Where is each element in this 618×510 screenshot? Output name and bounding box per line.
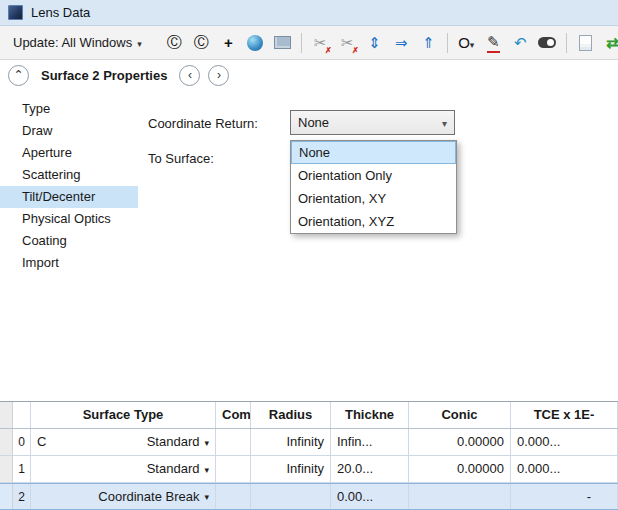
- row-number[interactable]: 2: [13, 484, 31, 509]
- tce-cell[interactable]: 0.000...: [511, 429, 618, 455]
- properties-title: Surface 2 Properties: [41, 68, 167, 83]
- sidebar-item-draw[interactable]: Draw: [0, 120, 138, 142]
- aperture-type-icon[interactable]: O: [455, 31, 478, 54]
- column-header-comment[interactable]: Com: [216, 402, 251, 428]
- coordinate-return-combobox[interactable]: None: [290, 110, 455, 135]
- collapse-properties-button[interactable]: ⌃: [8, 65, 29, 86]
- toggle-icon[interactable]: [536, 31, 559, 54]
- surface-type-value: Coordinate Break: [37, 484, 204, 509]
- dropdown-option-orientation-xy[interactable]: Orientation, XY: [291, 187, 456, 210]
- tce-cell[interactable]: -: [511, 484, 618, 509]
- row-number[interactable]: 1: [13, 456, 31, 482]
- image-icon[interactable]: [271, 31, 294, 54]
- draw-edit-icon[interactable]: ✎: [482, 31, 505, 54]
- toolbar-separator: [566, 33, 567, 53]
- cut-alt-icon[interactable]: ✂✗: [336, 31, 359, 54]
- toolbar: Update: All Windows ⒸⒸ+✂✗✂✗⇕⇒⇑O✎↶⇄: [0, 26, 618, 60]
- prev-surface-button[interactable]: ‹: [179, 65, 200, 86]
- coordinate-return-value: None: [298, 115, 442, 130]
- conic-cell[interactable]: [409, 484, 511, 509]
- crosshair-icon[interactable]: +: [217, 31, 240, 54]
- insert-surface-icon[interactable]: ⇕: [363, 31, 386, 54]
- sidebar-item-import[interactable]: Import: [0, 252, 138, 274]
- column-header-conic[interactable]: Conic: [409, 402, 511, 428]
- tce-cell[interactable]: 0.000...: [511, 456, 618, 482]
- surface-label: C: [37, 429, 46, 455]
- globe-icon: [247, 35, 263, 51]
- table-row: 2Coordinate Break0.00...-: [0, 483, 618, 510]
- undo-icon[interactable]: ↶: [509, 31, 532, 54]
- dropdown-option-orientation-only[interactable]: Orientation Only: [291, 164, 456, 187]
- radius-cell[interactable]: [251, 484, 331, 509]
- document-icon[interactable]: [574, 31, 597, 54]
- comment-cell[interactable]: [216, 456, 251, 482]
- insert-surface-icon: ⇕: [368, 34, 381, 52]
- coordinate-return-label: Coordinate Return:: [148, 116, 258, 131]
- column-header-radius[interactable]: Radius: [251, 402, 331, 428]
- properties-sidebar: TypeDrawApertureScatteringTilt/DecenterP…: [0, 90, 138, 401]
- sidebar-item-physical-optics[interactable]: Physical Optics: [0, 208, 138, 230]
- column-header-thickness[interactable]: Thickne: [331, 402, 409, 428]
- column-header-tce[interactable]: TCE x 1E-: [511, 402, 618, 428]
- circle-c-icon[interactable]: Ⓒ: [163, 31, 186, 54]
- sync-icon[interactable]: ⇄: [601, 31, 618, 54]
- dropdown-option-none[interactable]: None: [291, 141, 456, 164]
- delete-surface-icon[interactable]: ⇑: [417, 31, 440, 54]
- aperture-type-icon: O: [458, 34, 470, 51]
- circle-c-alt-icon: Ⓒ: [194, 33, 209, 52]
- properties-header: ⌃ Surface 2 Properties ‹ ›: [0, 60, 618, 90]
- insert-after-icon[interactable]: ⇒: [390, 31, 413, 54]
- update-dropdown-label: Update: All Windows: [13, 35, 132, 50]
- sidebar-item-type[interactable]: Type: [0, 98, 138, 120]
- lens-data-table: Surface TypeComRadiusThickneConicTCE x 1…: [0, 401, 618, 510]
- crosshair-icon: +: [224, 34, 233, 51]
- thickness-cell[interactable]: 0.00...: [331, 484, 409, 509]
- surface-type-cell[interactable]: CStandard: [31, 429, 216, 455]
- image-icon: [274, 36, 291, 49]
- conic-cell[interactable]: 0.00000: [409, 456, 511, 482]
- comment-cell[interactable]: [216, 484, 251, 509]
- sidebar-item-coating[interactable]: Coating: [0, 230, 138, 252]
- radius-cell[interactable]: Infinity: [251, 456, 331, 482]
- thickness-cell[interactable]: Infin...: [331, 429, 409, 455]
- row-gutter: [0, 402, 13, 428]
- cut-icon[interactable]: ✂✗: [309, 31, 332, 54]
- row-number[interactable]: 0: [13, 429, 31, 455]
- dropdown-option-orientation-xyz[interactable]: Orientation, XYZ: [291, 210, 456, 233]
- globe-icon[interactable]: [244, 31, 267, 54]
- red-x-badge-icon: ✗: [352, 46, 359, 55]
- toolbar-separator: [447, 33, 448, 53]
- sidebar-item-aperture[interactable]: Aperture: [0, 142, 138, 164]
- properties-body: TypeDrawApertureScatteringTilt/DecenterP…: [0, 90, 618, 401]
- insert-after-icon: ⇒: [395, 34, 408, 52]
- chevron-down-icon: [204, 429, 209, 455]
- chevron-down-icon: [137, 35, 142, 50]
- sync-icon: ⇄: [606, 34, 618, 52]
- next-surface-button[interactable]: ›: [208, 65, 229, 86]
- document-icon: [579, 35, 592, 51]
- window-title: Lens Data: [31, 5, 90, 20]
- row-gutter: [0, 456, 13, 482]
- toolbar-separator: [301, 33, 302, 53]
- row-gutter: [0, 484, 13, 509]
- properties-content: Coordinate Return: None To Surface: None…: [138, 90, 618, 401]
- conic-cell[interactable]: 0.00000: [409, 429, 511, 455]
- radius-cell[interactable]: Infinity: [251, 429, 331, 455]
- table-header-row: Surface TypeComRadiusThickneConicTCE x 1…: [0, 402, 618, 429]
- sidebar-item-scattering[interactable]: Scattering: [0, 164, 138, 186]
- delete-surface-icon: ⇑: [422, 34, 435, 52]
- sidebar-item-tilt-decenter[interactable]: Tilt/Decenter: [0, 186, 138, 208]
- update-all-windows-dropdown[interactable]: Update: All Windows: [6, 32, 149, 53]
- circle-c-alt-icon[interactable]: Ⓒ: [190, 31, 213, 54]
- surface-type-value: Standard: [37, 456, 204, 482]
- table-row: 1StandardInfinity20.0...0.000000.000...: [0, 456, 618, 483]
- lens-data-window: Lens Data Update: All Windows ⒸⒸ+✂✗✂✗⇕⇒⇑…: [0, 0, 618, 510]
- surface-type-cell[interactable]: Coordinate Break: [31, 484, 216, 509]
- surface-type-cell[interactable]: Standard: [31, 456, 216, 482]
- comment-cell[interactable]: [216, 429, 251, 455]
- surface-type-value: Standard: [46, 429, 204, 455]
- column-header-surface_type[interactable]: Surface Type: [31, 402, 216, 428]
- chevron-down-icon: [204, 484, 209, 509]
- table-row: 0CStandardInfinityInfin...0.000000.000..…: [0, 429, 618, 456]
- thickness-cell[interactable]: 20.0...: [331, 456, 409, 482]
